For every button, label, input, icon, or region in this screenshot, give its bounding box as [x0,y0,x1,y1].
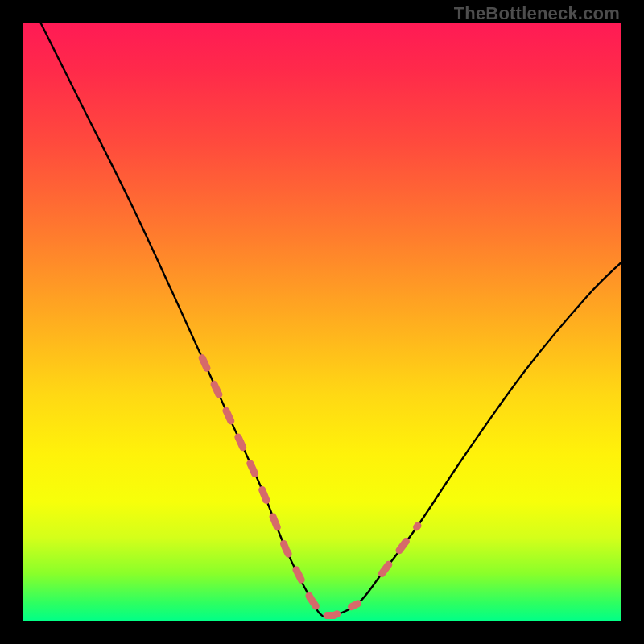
chart-frame: TheBottleneck.com [0,0,644,644]
highlight-dashes-bottom [310,597,358,615]
curve-svg [23,23,621,621]
watermark-text: TheBottleneck.com [454,3,620,24]
plot-area [23,23,621,621]
bottleneck-curve [40,23,621,617]
